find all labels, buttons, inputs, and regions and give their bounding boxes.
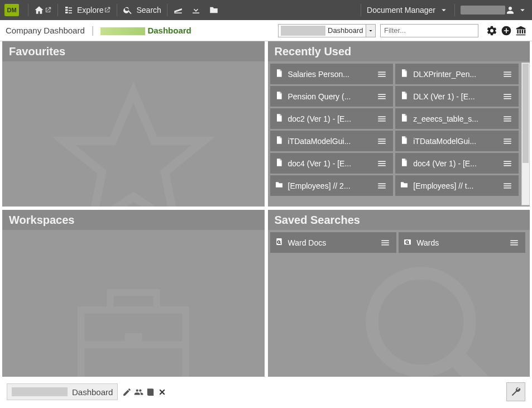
archive-icon[interactable] bbox=[515, 25, 526, 36]
select-dropdown-button[interactable] bbox=[366, 25, 375, 37]
user-menu[interactable] bbox=[505, 5, 528, 15]
search-folder-icon bbox=[403, 237, 412, 246]
external-icon bbox=[103, 6, 111, 14]
username-obscured bbox=[461, 6, 505, 15]
item-menu-button[interactable] bbox=[375, 159, 389, 169]
item-menu-button[interactable] bbox=[375, 136, 389, 146]
settings-icon[interactable] bbox=[486, 25, 497, 36]
add-icon[interactable] bbox=[501, 25, 512, 36]
saved-searches-panel: Saved Searches Ward DocsWards bbox=[268, 210, 530, 377]
item-icon bbox=[275, 69, 284, 79]
item-label: Pension Query (... bbox=[288, 92, 371, 101]
search-label: Search bbox=[136, 6, 161, 15]
list-item[interactable]: Pension Query (... bbox=[270, 86, 394, 107]
edit-icon[interactable] bbox=[122, 387, 132, 397]
item-menu-button[interactable] bbox=[378, 238, 392, 248]
list-item[interactable]: z_eeecs_table_s... bbox=[395, 108, 519, 129]
wrench-icon bbox=[510, 386, 521, 397]
menu-icon bbox=[502, 92, 512, 102]
item-menu-button[interactable] bbox=[501, 136, 514, 146]
list-item[interactable]: Wards bbox=[399, 232, 525, 253]
saved-list: Ward DocsWards bbox=[270, 232, 528, 253]
breadcrumb-bar: Company Dashboard | Dashboard Dashboard bbox=[0, 20, 532, 41]
briefcase-watermark-icon bbox=[64, 263, 203, 377]
scan-button[interactable] bbox=[173, 5, 183, 15]
item-menu-button[interactable] bbox=[501, 114, 514, 124]
list-item[interactable]: DLXPrinter_Pen... bbox=[395, 64, 519, 84]
list-item[interactable]: Salaries Person... bbox=[270, 64, 394, 84]
file-icon bbox=[275, 91, 284, 100]
file-icon bbox=[400, 113, 409, 122]
list-item[interactable]: doc4 (Ver 1) - [E... bbox=[270, 153, 394, 174]
folder-open-icon bbox=[209, 5, 219, 15]
item-menu-button[interactable] bbox=[375, 92, 389, 102]
item-icon bbox=[275, 180, 284, 191]
app-label: Document Manager bbox=[367, 6, 435, 15]
item-menu-button[interactable] bbox=[501, 69, 514, 79]
list-item[interactable]: doc2 (Ver 1) - [E... bbox=[270, 108, 394, 129]
item-icon bbox=[403, 237, 412, 248]
breadcrumb-root[interactable]: Company Dashboard bbox=[6, 26, 85, 35]
home-popout-button[interactable] bbox=[44, 6, 52, 14]
item-menu-button[interactable] bbox=[375, 181, 389, 191]
filter-input[interactable] bbox=[380, 24, 478, 37]
explore-label: Explore bbox=[77, 6, 103, 15]
item-icon bbox=[400, 136, 409, 146]
tools-button[interactable] bbox=[506, 382, 525, 401]
menu-icon bbox=[377, 159, 387, 169]
scrollbar-thumb[interactable] bbox=[523, 64, 529, 163]
book-icon[interactable] bbox=[146, 387, 155, 397]
list-item[interactable]: iTDataModelGui... bbox=[270, 131, 394, 151]
list-item[interactable]: iTDataModelGui... bbox=[395, 131, 519, 151]
tree-icon bbox=[64, 5, 74, 15]
app-switcher[interactable]: Document Manager bbox=[367, 5, 449, 15]
favourites-panel: Favourites bbox=[2, 41, 265, 207]
search-button[interactable]: Search bbox=[123, 5, 161, 15]
explore-popout-button[interactable] bbox=[103, 6, 111, 14]
item-menu-button[interactable] bbox=[375, 69, 389, 79]
share-icon[interactable] bbox=[134, 387, 143, 397]
item-menu-button[interactable] bbox=[501, 159, 514, 169]
item-icon bbox=[400, 113, 409, 124]
footer-bar: Dashboard bbox=[7, 382, 525, 401]
item-menu-button[interactable] bbox=[507, 238, 521, 248]
list-item[interactable]: Ward Docs bbox=[270, 232, 397, 253]
dashboard-select[interactable]: Dashboard bbox=[278, 24, 376, 37]
favourites-header: Favourites bbox=[2, 41, 265, 61]
breadcrumb-current: Dashboard bbox=[100, 26, 191, 35]
menu-icon bbox=[377, 69, 387, 79]
explore-button[interactable]: Explore bbox=[64, 5, 103, 15]
item-menu-button[interactable] bbox=[375, 114, 389, 124]
item-icon bbox=[400, 180, 409, 191]
list-item[interactable]: [Employees] // t... bbox=[395, 175, 519, 196]
folder-button[interactable] bbox=[209, 5, 219, 15]
file-icon bbox=[275, 69, 284, 78]
file-icon bbox=[400, 69, 409, 78]
recently-used-panel: Recently Used Salaries Person...DLXPrint… bbox=[268, 41, 530, 207]
item-icon bbox=[400, 158, 409, 169]
close-icon[interactable] bbox=[157, 387, 167, 397]
recent-list: Salaries Person...DLXPrinter_Pen...Pensi… bbox=[270, 64, 528, 196]
svg-point-6 bbox=[372, 273, 470, 371]
menu-icon bbox=[502, 159, 512, 169]
home-button[interactable] bbox=[34, 5, 44, 15]
dashboard-grid: Favourites Recently Used Salaries Person… bbox=[2, 41, 530, 377]
list-item[interactable]: doc4 (Ver 1) - [E... bbox=[395, 153, 519, 174]
breadcrumb-separator: | bbox=[92, 25, 94, 36]
item-label: Ward Docs bbox=[288, 238, 375, 247]
item-menu-button[interactable] bbox=[501, 181, 514, 191]
user-icon bbox=[505, 5, 515, 15]
list-item[interactable]: DLX (Ver 1) - [E... bbox=[395, 86, 519, 107]
item-label: DLX (Ver 1) - [E... bbox=[413, 92, 496, 101]
item-label: z_eeecs_table_s... bbox=[413, 114, 496, 123]
footer-dashboard-tab[interactable]: Dashboard bbox=[7, 383, 118, 400]
item-menu-button[interactable] bbox=[501, 92, 514, 102]
file-icon bbox=[400, 91, 409, 100]
download-button[interactable] bbox=[191, 5, 201, 15]
item-label: [Employees] // t... bbox=[413, 181, 496, 190]
app-logo[interactable]: DM bbox=[4, 4, 19, 16]
footer-obscured bbox=[12, 387, 68, 396]
top-toolbar: DM Explore Search Document Manager bbox=[0, 0, 532, 20]
recent-scrollbar[interactable] bbox=[521, 63, 530, 205]
list-item[interactable]: [Employees] // 2... bbox=[270, 175, 394, 196]
